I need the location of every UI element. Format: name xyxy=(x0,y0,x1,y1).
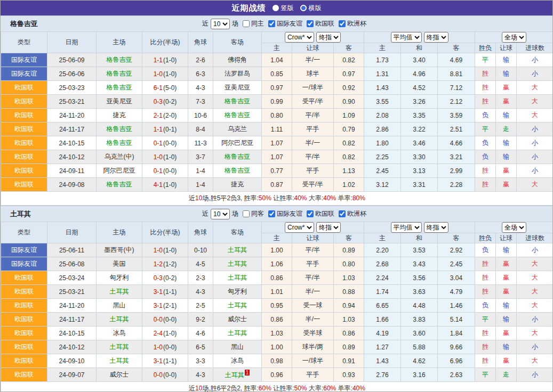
cell-avg-draw: 3.63 xyxy=(401,285,438,299)
dropdown-全场[interactable]: 全场 xyxy=(502,222,526,233)
competition-checkbox-欧洲杯[interactable] xyxy=(339,210,346,217)
cell-corner: 6-3 xyxy=(188,67,213,81)
same-venue-label: 同主 xyxy=(251,19,264,28)
cell-result: 胜 xyxy=(475,95,496,109)
cell-avg-away: 4.69 xyxy=(438,53,475,67)
cell-handicap-result: 输 xyxy=(496,299,517,313)
cell-odds-handicap: 球半/两 xyxy=(292,340,334,354)
cell-goals: 大 xyxy=(517,299,553,313)
cell-avg-away: 8.81 xyxy=(438,67,475,81)
cell-goals: 小 xyxy=(517,53,553,67)
cell-away: 格鲁吉亚 xyxy=(213,109,262,123)
cell-avg-away: 5.14 xyxy=(438,313,475,326)
fulltime-score: 2-1 xyxy=(154,112,163,119)
cell-away: 土耳其 xyxy=(213,299,262,313)
cell-avg-away: 1.84 xyxy=(438,326,475,340)
cell-away: 佛得角 xyxy=(213,53,262,67)
cell-odds-home: 0.87 xyxy=(262,178,292,192)
dropdown-10[interactable]: 10 xyxy=(211,209,230,219)
cell-avg-away: 2.45 xyxy=(438,257,475,271)
dropdown-10[interactable]: 10 xyxy=(211,19,230,29)
dropdown-平均值[interactable]: 平均值 xyxy=(391,32,422,43)
cell-handicap-result: 赢 xyxy=(496,81,517,95)
halftime-score: (2-0) xyxy=(163,112,177,119)
dropdown-终指[interactable]: 终指 xyxy=(316,222,341,233)
summary-text: 让胜率: xyxy=(271,385,294,392)
cell-avg-home: 4.19 xyxy=(364,326,401,340)
layout-radio-horizontal[interactable]: 横版 xyxy=(300,4,322,13)
cell-score: 2-4(1-0) xyxy=(142,326,188,340)
cell-avg-away: 9.66 xyxy=(438,340,475,354)
table-row: 欧国联24-09-11阿尔巴尼亚0-1(0-0)1-4格鲁吉亚0.77平手1.1… xyxy=(1,164,553,178)
table-row: 欧国联24-11-20捷克2-1(2-0)10-6格鲁吉亚0.80平/半1.09… xyxy=(1,109,553,123)
col-header: 主 xyxy=(262,233,292,243)
cell-home: 捷克 xyxy=(97,109,142,123)
cell-home: 土耳其 xyxy=(97,340,142,354)
cell-corner: 11-3 xyxy=(188,136,213,150)
summary-cell: 近10场,胜5平2负3, 胜率:50% 让胜率:40% 大率:40% 单率:80… xyxy=(1,192,553,206)
cell-date: 25-03-21 xyxy=(47,95,97,109)
cell-score: 0-3(0-2) xyxy=(142,271,188,285)
competition-checkbox-欧洲杯[interactable] xyxy=(339,20,346,27)
radio-selected-icon[interactable] xyxy=(273,5,279,11)
radio-unselected-icon[interactable] xyxy=(300,5,307,11)
dropdown-Crow*[interactable]: Crow* xyxy=(285,222,314,233)
summary-row: 近10场,胜5平2负3, 胜率:50% 让胜率:40% 大率:40% 单率:80… xyxy=(1,192,553,206)
cell-avg-draw: 3.22 xyxy=(401,123,438,136)
cell-goals: 大 xyxy=(517,81,553,95)
section-header: 格鲁吉亚近10场同主国际友谊欧国联欧洲杯 xyxy=(1,15,552,31)
summary-text: 大率: xyxy=(307,385,324,392)
layout-radio-vertical[interactable]: 竖版 xyxy=(273,4,294,13)
cell-goals: 小 xyxy=(517,340,553,354)
halftime-score: (1-1) xyxy=(163,288,177,296)
cell-away: 土耳其1 xyxy=(213,368,262,382)
cell-avg-draw: 3.31 xyxy=(401,178,438,192)
cell-avg-away: 1.46 xyxy=(438,299,475,313)
dropdown-终指[interactable]: 终指 xyxy=(424,222,448,233)
col-header: 让球 xyxy=(496,43,517,53)
cell-corner: 4-5 xyxy=(188,257,213,271)
cell-corner: 2-5 xyxy=(188,299,213,313)
cell-away: 捷克 xyxy=(213,178,262,192)
cell-avg-draw: 5.88 xyxy=(401,340,438,354)
near-label: 近 xyxy=(202,209,209,218)
cell-date: 24-09-10 xyxy=(47,354,97,368)
cell-date: 25-06-09 xyxy=(47,53,97,67)
col-header: 客场 xyxy=(213,32,262,53)
dropdown-终指[interactable]: 终指 xyxy=(424,32,448,43)
cell-odds-handicap: 平/半 xyxy=(292,150,334,164)
same-venue-checkbox[interactable] xyxy=(243,20,250,27)
competition-checkbox-欧国联[interactable] xyxy=(307,210,314,217)
cell-away: 法罗群岛 xyxy=(213,67,262,81)
dropdown-全场[interactable]: 全场 xyxy=(502,32,526,43)
cell-league: 欧国联 xyxy=(1,178,47,192)
col-header: 让球 xyxy=(496,233,517,243)
cell-date: 25-03-24 xyxy=(47,271,97,285)
dropdown-终指[interactable]: 终指 xyxy=(316,32,341,43)
cell-corner: 4-3 xyxy=(188,368,213,382)
dropdown-平均值[interactable]: 平均值 xyxy=(391,222,422,233)
same-venue-checkbox[interactable] xyxy=(243,210,250,217)
competition-checkbox-国际友谊[interactable] xyxy=(268,210,275,217)
cell-score: 0-0(0-0) xyxy=(142,313,188,326)
col-header: 客 xyxy=(438,43,475,53)
away-sup-badge: 1 xyxy=(245,370,250,375)
halftime-score: (0-0) xyxy=(163,316,177,323)
fulltime-score: 0-1 xyxy=(154,140,163,147)
cell-home: 土耳其 xyxy=(97,313,142,326)
competition-checkbox-欧国联[interactable] xyxy=(307,20,314,27)
cell-home: 格鲁吉亚 xyxy=(97,123,142,136)
dropdown-Crow*[interactable]: Crow* xyxy=(285,32,314,43)
cell-home: 格鲁吉亚 xyxy=(97,136,142,150)
cell-home: 格鲁吉亚 xyxy=(97,53,142,67)
cell-odds-handicap: 平手 xyxy=(292,123,334,136)
cell-avg-home: 3.55 xyxy=(364,95,401,109)
competition-checkbox-国际友谊[interactable] xyxy=(268,20,275,27)
cell-handicap-result: 输 xyxy=(496,150,517,164)
cell-result: 胜 xyxy=(475,67,496,81)
col-header: 胜负 xyxy=(475,233,496,243)
cell-result: 负 xyxy=(475,243,496,257)
halftime-score: (0-2) xyxy=(163,98,177,105)
fulltime-score: 0-0 xyxy=(154,316,163,323)
cell-odds-handicap: 一/球半 xyxy=(292,81,334,95)
